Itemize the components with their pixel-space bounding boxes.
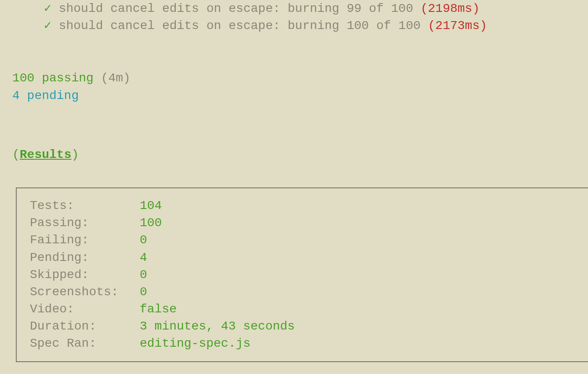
- close-paren: ): [71, 148, 79, 161]
- result-label: Spec Ran:: [30, 335, 140, 352]
- checkmark-icon: ✓: [44, 2, 51, 15]
- result-row-duration: Duration: 3 minutes, 43 seconds: [30, 318, 575, 335]
- result-value: 4: [140, 249, 147, 266]
- results-section-header: (Results): [12, 146, 588, 163]
- result-row-spec: Spec Ran: editing-spec.js: [30, 335, 575, 352]
- result-row-failing: Failing: 0: [30, 231, 575, 249]
- result-row-skipped: Skipped: 0: [30, 266, 575, 283]
- result-label: Video:: [30, 301, 140, 318]
- test-result-line: ✓ should cancel edits on escape: burning…: [44, 0, 588, 17]
- results-label: Results: [20, 148, 72, 161]
- checkmark-icon: ✓: [44, 19, 51, 33]
- result-row-passing: Passing: 100: [30, 214, 575, 231]
- open-paren: (: [12, 148, 20, 161]
- result-value: 104: [140, 197, 162, 214]
- test-summary: 100 passing (4m) 4 pending: [12, 70, 588, 104]
- test-duration: (2173ms): [428, 19, 487, 33]
- result-label: Pending:: [30, 249, 140, 266]
- result-value: 0: [140, 283, 147, 301]
- result-value: 3 minutes, 43 seconds: [140, 318, 295, 335]
- test-duration: (2198ms): [421, 2, 479, 15]
- result-row-video: Video: false: [30, 301, 575, 318]
- result-row-screenshots: Screenshots: 0: [30, 283, 575, 301]
- result-value: editing-spec.js: [140, 335, 250, 352]
- result-value: false: [140, 301, 177, 318]
- result-label: Failing:: [30, 231, 140, 249]
- test-description: should cancel edits on escape: burning 9…: [59, 2, 421, 15]
- result-label: Duration:: [30, 318, 140, 335]
- result-value: 0: [140, 231, 147, 249]
- pending-summary: 4 pending: [12, 89, 79, 103]
- result-label: Screenshots:: [30, 283, 140, 301]
- passing-summary: 100 passing: [12, 71, 94, 85]
- result-row-tests: Tests: 104: [30, 197, 575, 214]
- result-value: 100: [140, 214, 162, 231]
- results-table: Tests: 104 Passing: 100 Failing: 0 Pendi…: [16, 187, 588, 362]
- result-label: Passing:: [30, 214, 140, 231]
- total-time: (4m): [94, 71, 131, 85]
- test-description: should cancel edits on escape: burning 1…: [59, 19, 428, 33]
- result-value: 0: [140, 266, 147, 283]
- test-result-line: ✓ should cancel edits on escape: burning…: [44, 17, 588, 34]
- result-label: Tests:: [30, 197, 140, 214]
- result-label: Skipped:: [30, 266, 140, 283]
- result-row-pending: Pending: 4: [30, 249, 575, 266]
